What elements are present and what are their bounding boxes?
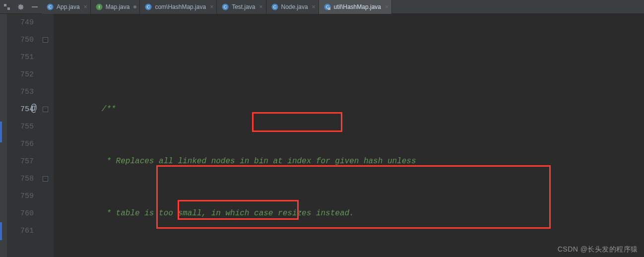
file-icon: C [145, 3, 152, 10]
line-number[interactable]: 752 [7, 66, 34, 83]
editor-tab[interactable]: IMap.java [91, 0, 140, 14]
svg-text:C: C [49, 4, 52, 9]
svg-text:I: I [98, 4, 100, 9]
editor-tab[interactable]: CTest.java× [217, 0, 266, 14]
fold-column[interactable]: −−−@ [41, 14, 54, 257]
fold-toggle-icon[interactable]: − [43, 176, 48, 182]
override-marker-icon[interactable]: @ [31, 103, 37, 114]
file-icon: I [96, 3, 103, 10]
close-icon[interactable]: × [312, 3, 316, 10]
top-toolbar: CApp.java×IMap.javaCcom\HashMap.java×CTe… [0, 0, 644, 14]
line-number[interactable]: 758 [7, 170, 34, 188]
editor-tab[interactable]: Ccom\HashMap.java× [140, 0, 217, 14]
left-margin [0, 14, 7, 257]
toggle-icon[interactable] [3, 3, 11, 11]
file-icon: C [271, 3, 278, 10]
tab-label: com\HashMap.java [155, 3, 206, 10]
close-icon[interactable]: × [84, 3, 87, 10]
line-number[interactable]: 760 [7, 205, 34, 222]
file-icon: C [222, 3, 229, 10]
tab-label: Test.java [232, 3, 255, 10]
line-number[interactable]: 755 [7, 118, 34, 135]
svg-rect-13 [328, 7, 330, 10]
dirty-indicator-icon [133, 5, 136, 8]
line-number[interactable]: 750 [7, 31, 34, 49]
fold-toggle-icon[interactable]: − [43, 37, 48, 43]
line-number-gutter[interactable]: 749750751752753754755756757758759760761 [7, 14, 41, 257]
editor-tabs: CApp.java×IMap.javaCcom\HashMap.java×CTe… [42, 0, 644, 14]
line-number[interactable]: 749 [7, 14, 34, 31]
minimize-icon[interactable] [31, 3, 39, 11]
editor-area: 749750751752753754755756757758759760761 … [0, 14, 644, 257]
gear-icon[interactable] [17, 3, 25, 11]
close-icon[interactable]: × [259, 3, 263, 10]
watermark: CSDN @长头发的程序猿 [558, 245, 638, 254]
line-number[interactable]: 751 [7, 49, 34, 66]
line-number[interactable]: 757 [7, 153, 34, 170]
file-icon: C [47, 3, 54, 10]
line-number[interactable]: 754 [7, 101, 34, 118]
line-number[interactable]: 756 [7, 135, 34, 153]
tab-label: util\HashMap.java [334, 3, 381, 10]
close-icon[interactable]: × [385, 3, 388, 10]
svg-text:C: C [273, 4, 276, 9]
svg-text:C: C [147, 4, 150, 9]
tab-label: Node.java [281, 3, 308, 10]
svg-rect-0 [32, 6, 38, 7]
fold-toggle-icon[interactable]: − [43, 107, 48, 112]
code-editor[interactable]: /** * Replaces all linked nodes in bin a… [54, 14, 644, 257]
svg-text:C: C [224, 4, 227, 9]
file-icon: C [324, 3, 331, 10]
line-number[interactable]: 753 [7, 83, 34, 101]
line-number[interactable]: 761 [7, 222, 34, 240]
editor-tab[interactable]: CApp.java× [42, 0, 91, 14]
tab-label: App.java [57, 3, 80, 10]
editor-tab[interactable]: CNode.java× [266, 0, 319, 14]
line-number[interactable]: 759 [7, 188, 34, 205]
tab-label: Map.java [106, 3, 130, 10]
editor-tab[interactable]: Cutil\HashMap.java× [319, 0, 392, 14]
close-icon[interactable]: × [210, 3, 213, 10]
